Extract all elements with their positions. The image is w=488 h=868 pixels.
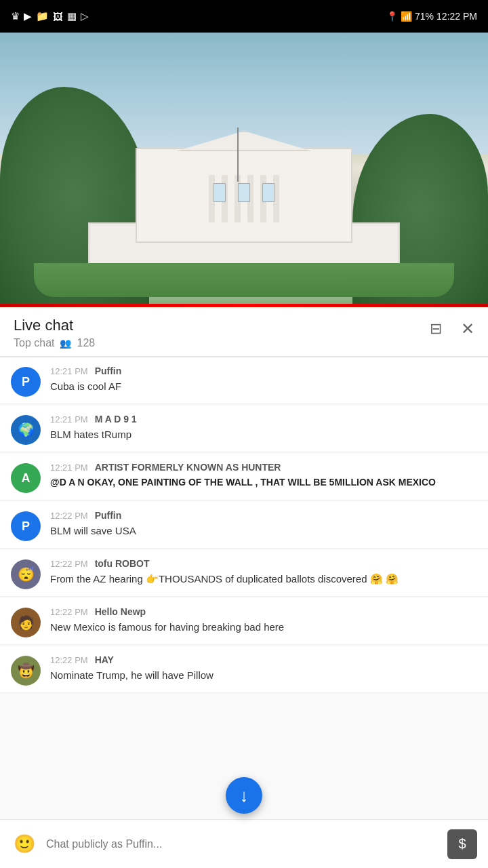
message-time: 12:22 PM [50,559,88,569]
message-content: 12:21 PM ARTIST FORMERLY KNOWN AS HUNTER… [50,462,477,489]
chat-input-bar: 🙂 $ [0,819,488,868]
message-time: 12:21 PM [50,414,88,425]
clock: 12:22 PM [436,11,477,22]
chat-header-right: ⊟ ✕ [430,319,474,338]
message-content: 12:21 PM Puffin Cuba is cool AF [50,366,477,394]
send-button[interactable]: $ [447,829,477,859]
message-text: From the AZ hearing 👉THOUSANDS of duplic… [50,572,477,587]
location-icon: 📍 [386,11,398,22]
avatar: A [11,463,41,493]
message-author: ARTIST FORMERLY KNOWN AS HUNTER [95,462,281,473]
message-content: 12:21 PM M A D 9 1 BLM hates tRump [50,414,477,442]
message-content: 12:22 PM tofu ROBOT From the AZ hearing … [50,558,477,587]
emoji-button[interactable]: 🙂 [11,831,38,858]
chat-input[interactable] [46,829,439,859]
message-author: Hello Newp [95,606,146,617]
message-header: 12:22 PM Hello Newp [50,606,477,617]
send-icon: $ [458,836,466,852]
message-time: 12:22 PM [50,511,88,521]
file-icon: 📁 [36,10,49,22]
chat-message: P 12:21 PM Puffin Cuba is cool AF [0,357,488,404]
message-header: 12:22 PM tofu ROBOT [50,558,477,569]
chat-message: 🌍 12:21 PM M A D 9 1 BLM hates tRump [0,406,488,452]
flagpole [237,127,239,182]
message-header: 12:21 PM Puffin [50,366,477,376]
avatar: 🌍 [11,415,41,445]
avatar: 🤠 [11,656,41,686]
message-time: 12:21 PM [50,366,88,376]
message-author: M A D 9 1 [95,414,137,425]
message-header: 12:22 PM HAY [50,654,477,665]
image-icon: 🖼 [53,11,63,22]
scroll-to-bottom-button[interactable]: ↓ [226,777,262,814]
message-text: BLM hates tRump [50,427,477,442]
battery-label: 71% [415,11,434,22]
chat-messages-list: P 12:21 PM Puffin Cuba is cool AF 🌍 12:2… [0,357,488,764]
message-content: 12:22 PM Puffin BLM will save USA [50,510,477,538]
chat-title: Live chat [14,317,95,334]
avatar: P [11,511,41,541]
chat-message: P 12:22 PM Puffin BLM will save USA [0,502,488,549]
chat-message: 😴 12:22 PM tofu ROBOT From the AZ hearin… [0,550,488,597]
play-icon: ▷ [81,10,89,22]
message-author: tofu ROBOT [95,558,150,569]
chat-message: A 12:21 PM ARTIST FORMERLY KNOWN AS HUNT… [0,454,488,500]
crown-icon: ♛ [11,10,20,22]
message-content: 12:22 PM Hello Newp New Mexico is famous… [50,606,477,635]
message-header: 12:22 PM Puffin [50,510,477,521]
message-content: 12:22 PM HAY Nominate Trump, he will hav… [50,654,477,683]
message-text: Cuba is cool AF [50,379,477,394]
avatar: P [11,367,41,397]
status-icons: ♛ ▶ 📁 🖼 ▦ ▷ [11,10,89,22]
close-icon[interactable]: ✕ [461,319,474,338]
message-time: 12:22 PM [50,607,88,617]
message-time: 12:22 PM [50,655,88,665]
message-time: 12:21 PM [50,462,88,473]
youtube-icon: ▶ [24,10,32,22]
message-header: 12:21 PM M A D 9 1 [50,414,477,425]
message-text: New Mexico is famous for having breaking… [50,620,477,635]
message-header: 12:21 PM ARTIST FORMERLY KNOWN AS HUNTER [50,462,477,473]
video-player[interactable] [0,33,488,304]
chat-header-left: Live chat Top chat 👥 128 [14,317,95,349]
chat-subtitle: Top chat 👥 128 [14,337,95,349]
message-author: HAY [95,654,114,665]
message-text: @D A N OKAY, ONE PAINTING OF THE WALL , … [50,475,477,489]
message-author: Puffin [95,510,122,521]
viewer-icon: 👥 [60,338,71,349]
message-author: Puffin [95,366,122,376]
white-house [88,127,400,277]
status-bar: ♛ ▶ 📁 🖼 ▦ ▷ 📍 📶 71% 12:22 PM [0,0,488,33]
chat-message: 🧑 12:22 PM Hello Newp New Mexico is famo… [0,598,488,645]
avatar: 🧑 [11,608,41,637]
message-text: BLM will save USA [50,524,477,538]
status-right-icons: 📍 📶 71% 12:22 PM [386,11,477,22]
viewer-count: 128 [77,337,95,349]
message-text: Nominate Trump, he will have Pillow [50,668,477,683]
calendar-icon: ▦ [67,10,77,22]
top-chat-label: Top chat [14,337,54,349]
scroll-down-arrow: ↓ [240,785,249,806]
wifi-icon: 📶 [401,11,412,22]
avatar: 😴 [11,559,41,589]
filter-icon[interactable]: ⊟ [430,320,442,338]
chat-message: 🤠 12:22 PM HAY Nominate Trump, he will h… [0,646,488,693]
chat-header: Live chat Top chat 👥 128 ⊟ ✕ [0,307,488,357]
